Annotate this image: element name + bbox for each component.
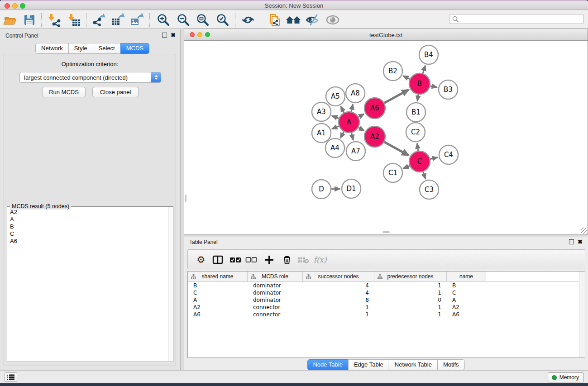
list-icon	[7, 374, 14, 380]
svg-text:C: C	[417, 157, 422, 166]
node-B1[interactable]: B1	[406, 103, 425, 122]
table-row[interactable]: A2connector11A2	[188, 304, 585, 311]
function-builder-icon[interactable]: f(x)	[312, 250, 328, 270]
tab-network-table[interactable]: Network Table	[389, 359, 438, 370]
result-list-scrollbar[interactable]	[168, 207, 172, 361]
node-C3[interactable]: C3	[420, 180, 439, 199]
node-A1[interactable]: A1	[312, 124, 331, 143]
node-C1[interactable]: C1	[383, 163, 402, 182]
result-item[interactable]: B	[8, 223, 167, 230]
import-table-icon[interactable]	[67, 13, 82, 27]
node-A4[interactable]: A4	[325, 138, 344, 157]
criterion-dropdown[interactable]: largest connected component (directed)	[19, 72, 161, 83]
home-icon[interactable]	[286, 13, 301, 27]
export-table-icon[interactable]	[110, 13, 126, 27]
node-B4[interactable]: B4	[419, 45, 438, 64]
open-file-icon[interactable]	[2, 13, 18, 27]
node-A[interactable]: A	[339, 112, 359, 133]
canvas-vertical-scrollbar[interactable]	[185, 195, 186, 202]
table-scrollbar[interactable]	[579, 272, 585, 357]
node-D1[interactable]: D1	[342, 179, 361, 198]
tab-edge-table[interactable]: Edge Table	[348, 359, 389, 370]
close-panel-button[interactable]: Close panel	[92, 87, 139, 97]
task-history-button[interactable]	[5, 372, 17, 382]
svg-text:A3: A3	[317, 108, 326, 116]
table-cell: 1	[374, 282, 447, 289]
save-session-icon[interactable]	[22, 13, 37, 27]
tab-node-table[interactable]: Node Table	[307, 359, 349, 370]
node-A2[interactable]: A2	[364, 126, 385, 147]
node-A3[interactable]: A3	[312, 102, 331, 121]
show-graphics-icon[interactable]	[325, 13, 340, 27]
mcds-result-box: MCDS result (5 nodes) A2ABCA6	[7, 206, 173, 362]
clone-network-icon[interactable]	[267, 13, 282, 27]
table-row[interactable]: Bdominator41B	[188, 282, 585, 289]
tab-mcds[interactable]: MCDS	[120, 43, 149, 54]
canvas-horizontal-scrollbar[interactable]	[382, 231, 390, 233]
column-header-shared-name[interactable]: shared name	[188, 272, 248, 281]
node-B[interactable]: B	[409, 73, 430, 94]
create-column-icon[interactable]	[262, 250, 277, 270]
column-header-name[interactable]: name	[447, 272, 486, 281]
node-A5[interactable]: A5	[326, 87, 345, 106]
delete-column-icon[interactable]	[279, 250, 295, 270]
run-mcds-button[interactable]: Run MCDS	[42, 87, 86, 97]
delete-table-icon[interactable]	[296, 250, 311, 270]
network-canvas[interactable]: B4B2BB3A5A8A6A3AB1A1A2C2A4A7C4CC1C3DD1	[184, 41, 588, 234]
zoom-selected-icon[interactable]	[215, 13, 230, 27]
node-C[interactable]: C	[409, 151, 430, 172]
svg-text:A2: A2	[370, 133, 379, 141]
node-C2[interactable]: C2	[406, 123, 425, 142]
hide-details-icon[interactable]	[305, 13, 320, 27]
select-all-icon[interactable]	[228, 250, 243, 270]
memory-button[interactable]: Memory	[548, 372, 584, 382]
apply-layout-icon[interactable]	[240, 13, 256, 27]
result-item[interactable]: A	[8, 216, 167, 223]
node-B2[interactable]: B2	[383, 62, 402, 81]
result-item[interactable]: A6	[8, 238, 167, 245]
result-item[interactable]: C	[8, 230, 167, 238]
tab-style[interactable]: Style	[68, 43, 93, 54]
node-A6[interactable]: A6	[364, 98, 385, 119]
node-C4[interactable]: C4	[439, 145, 458, 164]
export-network-icon[interactable]	[91, 13, 106, 27]
status-bar: Memory	[0, 370, 588, 383]
table-cell: 1	[374, 311, 447, 318]
table-cell: 4	[303, 282, 374, 289]
float-table-panel-icon[interactable]	[569, 239, 574, 244]
tab-network[interactable]: Network	[35, 43, 69, 54]
search-field[interactable]	[449, 14, 584, 24]
show-columns-icon[interactable]	[210, 250, 225, 270]
close-panel-icon[interactable]: ✖	[171, 33, 176, 38]
column-header-MCDS-role[interactable]: MCDS role	[248, 272, 303, 281]
table-toolbar: ⚙ f(x)	[187, 249, 585, 269]
column-header-successor-nodes[interactable]: successor nodes	[303, 272, 374, 281]
window-resize-grip[interactable]	[581, 228, 587, 234]
node-D[interactable]: D	[312, 180, 331, 199]
tab-select[interactable]: Select	[93, 43, 121, 54]
table-panel-title: Table Panel	[189, 239, 218, 245]
search-input[interactable]	[459, 15, 583, 23]
tab-motifs[interactable]: Motifs	[437, 359, 465, 370]
node-A8[interactable]: A8	[346, 84, 365, 103]
result-item[interactable]: A2	[8, 209, 167, 216]
export-image-icon[interactable]	[129, 13, 145, 27]
column-label: name	[459, 273, 473, 280]
memory-status-icon	[552, 375, 557, 380]
deselect-all-icon[interactable]	[244, 250, 259, 270]
table-body: Bdominator41BCdominator41CAdominator80AA…	[188, 282, 585, 318]
close-table-panel-icon[interactable]: ✖	[578, 239, 583, 244]
table-row[interactable]: Cdominator41C	[188, 289, 585, 296]
table-settings-gear-icon[interactable]: ⚙	[193, 250, 209, 270]
zoom-in-icon[interactable]	[156, 13, 171, 27]
table-row[interactable]: Adominator80A	[188, 296, 585, 304]
zoom-fit-icon[interactable]	[195, 13, 210, 27]
table-cell: 1	[374, 304, 447, 310]
zoom-out-icon[interactable]	[176, 13, 191, 27]
node-A7[interactable]: A7	[346, 142, 365, 161]
node-B3[interactable]: B3	[439, 80, 458, 99]
table-row[interactable]: A6connector11A6	[188, 311, 585, 318]
float-panel-icon[interactable]	[162, 33, 167, 38]
column-header-predecessor-nodes[interactable]: predecessor nodes	[374, 272, 447, 281]
import-network-icon[interactable]	[47, 13, 62, 27]
